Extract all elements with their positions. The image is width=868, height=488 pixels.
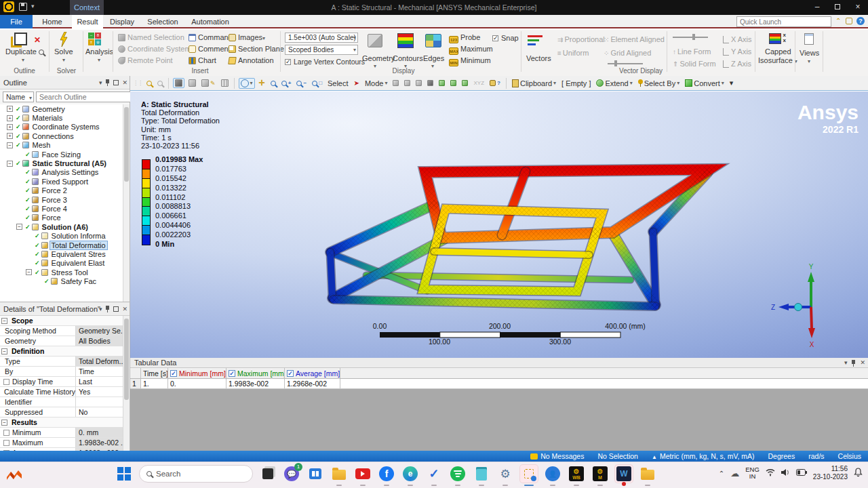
zoom-in-button[interactable] bbox=[145, 80, 153, 87]
views-button[interactable]: Views bbox=[800, 49, 819, 57]
details-row-value[interactable]: Total Deform... bbox=[76, 357, 123, 366]
onedrive-tray-icon[interactable]: ☁ bbox=[730, 468, 739, 479]
details-maximize-icon[interactable] bbox=[113, 306, 119, 312]
messages-status[interactable]: No Messages bbox=[530, 452, 584, 460]
details-checkbox[interactable] bbox=[3, 430, 9, 436]
details-scrollbar[interactable] bbox=[123, 316, 130, 451]
rotate-button[interactable]: ▾ bbox=[239, 78, 255, 89]
geometry-button[interactable]: Geometry bbox=[362, 54, 395, 62]
capped-isosurface-button-line2[interactable]: Isosurface ▾ bbox=[758, 56, 797, 64]
analysis-icon[interactable]: –8±ψ bbox=[88, 33, 102, 46]
youtube-icon[interactable] bbox=[354, 465, 372, 483]
tree-expand-toggle[interactable]: − bbox=[7, 142, 13, 148]
restore-button[interactable] bbox=[827, 0, 848, 15]
pan-button[interactable]: ✛ bbox=[258, 78, 267, 88]
views-icon[interactable] bbox=[804, 33, 814, 45]
tabular-pin-icon[interactable] bbox=[851, 360, 856, 367]
outline-close-icon[interactable]: ✕ bbox=[122, 76, 127, 89]
tray-expand-icon[interactable]: ⌃ bbox=[719, 470, 724, 477]
file-explorer-icon[interactable] bbox=[330, 465, 348, 483]
tree-item-force-4[interactable]: ✓Force 4 bbox=[0, 204, 123, 213]
chat-app-icon[interactable]: 💬1 bbox=[283, 465, 300, 483]
tree-item-face-sizing[interactable]: ✓Face Sizing bbox=[0, 150, 123, 159]
scale-dropdown[interactable]: 1.5e+003 (Auto Scale) bbox=[285, 33, 358, 43]
show-mesh-button[interactable]: ✎ bbox=[200, 79, 217, 87]
capped-isosurface-button[interactable]: Capped bbox=[765, 47, 791, 56]
details-row-scoping-method[interactable]: Scoping MethodGeometry Se... bbox=[0, 326, 123, 336]
save-icon[interactable] bbox=[19, 3, 27, 11]
solve-icon[interactable] bbox=[58, 32, 69, 48]
tree-item-solution-informa[interactable]: ✓Solution Informa bbox=[0, 231, 123, 240]
tag-query-icon[interactable]: ? bbox=[488, 79, 502, 87]
mode-button[interactable]: Mode▾ bbox=[363, 79, 389, 88]
language-indicator[interactable]: ENGIN bbox=[745, 466, 760, 480]
taskbar-search[interactable]: Search bbox=[139, 465, 253, 483]
search-outline-input[interactable] bbox=[36, 92, 134, 102]
notifications-icon[interactable] bbox=[854, 468, 863, 479]
tree-expand-toggle[interactable]: + bbox=[7, 115, 13, 121]
tab-file[interactable]: File bbox=[0, 15, 33, 28]
details-row-value[interactable]: Yes bbox=[76, 387, 123, 396]
details-pin-icon[interactable] bbox=[105, 306, 110, 312]
quick-access-dropdown-icon[interactable]: ▾ bbox=[31, 3, 35, 9]
vectors-button[interactable]: Vectors bbox=[526, 54, 551, 62]
select-by-button[interactable]: Select By▾ bbox=[637, 79, 681, 88]
details-row-type[interactable]: TypeTotal Deform... bbox=[0, 357, 123, 367]
start-button[interactable] bbox=[115, 465, 133, 483]
outline-dropdown-icon[interactable]: ▾ bbox=[99, 76, 102, 89]
tree-item-equivalent-elast[interactable]: ✓Equivalent Elast bbox=[0, 259, 123, 268]
details-checkbox[interactable] bbox=[3, 379, 9, 385]
analysis-button[interactable]: Analysis bbox=[85, 47, 113, 56]
annotation-button[interactable]: Annotation bbox=[229, 56, 274, 64]
clipboard-button[interactable]: Clipboard▾ bbox=[511, 79, 557, 88]
tree-expand-toggle[interactable]: + bbox=[7, 133, 13, 139]
details-row-value[interactable] bbox=[76, 397, 123, 407]
ansys-workbench-icon[interactable]: ⚙WB bbox=[568, 465, 585, 483]
extend-button[interactable]: Extend▾ bbox=[595, 79, 633, 88]
tab-result[interactable]: Result bbox=[72, 15, 103, 28]
feedback-app-icon[interactable]: 👤 bbox=[544, 465, 561, 483]
filter-name-dropdown[interactable]: Name bbox=[3, 92, 34, 102]
minimize-button[interactable]: – bbox=[807, 0, 827, 15]
snipping-tool-icon[interactable] bbox=[520, 465, 538, 483]
edges-button[interactable]: Edges bbox=[423, 54, 444, 62]
angle-units-status[interactable]: Degrees bbox=[768, 452, 795, 460]
help-icon[interactable]: ? bbox=[856, 17, 865, 25]
delete-icon[interactable]: ✕ bbox=[34, 35, 41, 45]
onedrive-folder-icon[interactable] bbox=[639, 465, 656, 483]
zoom-out-tool-button[interactable]: − bbox=[295, 79, 308, 87]
outline-scrollbar[interactable] bbox=[123, 104, 130, 302]
contours-button[interactable]: Contours bbox=[393, 54, 423, 62]
details-row-value[interactable]: 1.9983e-002 ... bbox=[76, 438, 123, 447]
deformation-contour-model[interactable] bbox=[130, 92, 868, 358]
tabular-cell[interactable]: 0. bbox=[168, 379, 226, 388]
find-icon[interactable] bbox=[39, 49, 44, 55]
tree-item-mesh[interactable]: −✓Mesh bbox=[0, 141, 123, 150]
select-element-button[interactable] bbox=[460, 79, 469, 87]
tabular-cell[interactable]: 1.2968e-002 bbox=[285, 379, 340, 388]
edge-browser-icon[interactable]: e bbox=[401, 465, 419, 483]
section-collapse-icon[interactable]: − bbox=[1, 420, 7, 426]
geometry-icon[interactable] bbox=[368, 34, 382, 47]
zoom-box-button[interactable] bbox=[269, 80, 277, 87]
details-row-maximum[interactable]: Maximum1.9983e-002 ... bbox=[0, 438, 123, 448]
column-checkbox[interactable]: ✓ bbox=[229, 370, 235, 377]
solve-button[interactable]: Solve bbox=[54, 47, 73, 56]
probe-button[interactable]: 123Probe bbox=[449, 33, 480, 43]
tab-display[interactable]: Display bbox=[103, 15, 141, 28]
wireframe-button[interactable] bbox=[187, 79, 197, 87]
large-vertex-contours-checkbox[interactable]: Large Vertex Contours bbox=[285, 58, 365, 66]
close-button[interactable]: × bbox=[848, 0, 868, 15]
tree-item-fixed-support[interactable]: ✓Fixed Support bbox=[0, 177, 123, 186]
tab-automation[interactable]: Automation bbox=[184, 15, 236, 28]
details-row-calculate-time-history[interactable]: Calculate Time HistoryYes bbox=[0, 387, 123, 397]
details-row-by[interactable]: ByTime bbox=[0, 367, 123, 377]
units-status[interactable]: ▲Metric (mm, kg, N, s, mV, mA) bbox=[652, 452, 755, 460]
select-vertex-button[interactable] bbox=[391, 79, 400, 87]
tab-selection[interactable]: Selection bbox=[141, 15, 184, 28]
angular-velocity-units-status[interactable]: rad/s bbox=[808, 452, 824, 460]
details-row-value[interactable]: Geometry Se... bbox=[76, 326, 123, 336]
section-collapse-icon[interactable]: − bbox=[1, 318, 7, 324]
select-cursor-icon[interactable]: ➤ bbox=[353, 79, 361, 87]
outline-pin-icon[interactable] bbox=[105, 79, 110, 86]
